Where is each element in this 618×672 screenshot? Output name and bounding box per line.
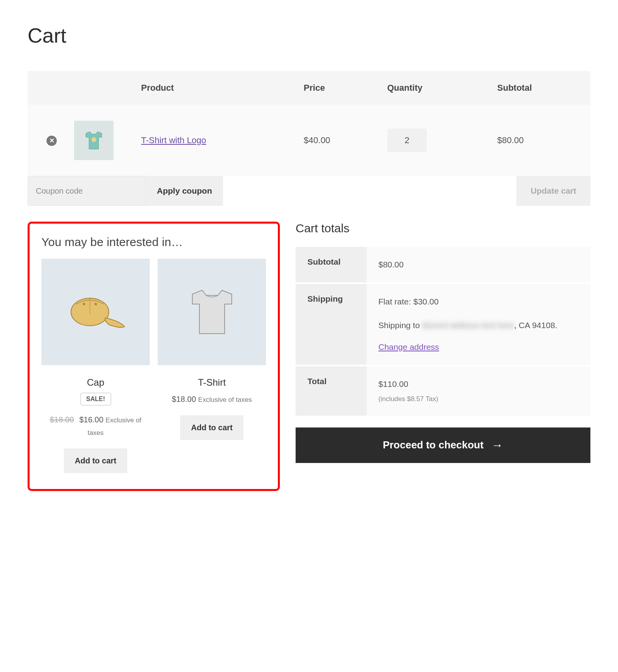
svg-point-3 (95, 303, 97, 305)
subtotal-value: $80.00 (367, 247, 590, 283)
cart-totals-title: Cart totals (296, 222, 590, 235)
cart-row: ✕ T-Shirt with Logo $40.00 $80.00 (28, 105, 590, 176)
total-label: Total (296, 366, 367, 415)
checkout-label: Proceed to checkout (383, 439, 484, 451)
header-product: Product (134, 71, 297, 105)
change-address-link[interactable]: Change address (378, 340, 439, 355)
product-link[interactable]: T-Shirt with Logo (141, 135, 206, 145)
add-to-cart-button[interactable]: Add to cart (180, 415, 244, 440)
product-name: Cap (41, 377, 150, 388)
address-blurred: blurred address text here (422, 321, 514, 330)
interested-title: You may be interested in… (41, 235, 266, 249)
cart-actions: Apply coupon Update cart (28, 176, 590, 206)
product-image[interactable] (41, 259, 150, 365)
update-cart-button[interactable]: Update cart (516, 176, 590, 206)
cart-totals-section: Cart totals Subtotal $80.00 Shipping Fla… (296, 222, 590, 463)
totals-table: Subtotal $80.00 Shipping Flat rate: $30.… (296, 247, 590, 416)
cart-table: Product Price Quantity Subtotal ✕ T-Shir… (28, 71, 590, 176)
product-name: T-Shirt (158, 377, 266, 388)
header-subtotal: Subtotal (490, 71, 590, 105)
shipping-rate: Flat rate: $30.00 (378, 294, 579, 309)
tax-includes: (includes $8.57 Tax) (378, 393, 579, 405)
product-thumbnail[interactable] (74, 121, 114, 160)
sale-badge: SALE! (80, 393, 111, 405)
address-visible: , CA 94108. (514, 321, 557, 330)
apply-coupon-button[interactable]: Apply coupon (146, 176, 223, 206)
header-price: Price (297, 71, 380, 105)
add-to-cart-button[interactable]: Add to cart (64, 448, 128, 473)
product-price: $40.00 (297, 105, 380, 176)
tax-note: Exclusive of taxes (198, 396, 252, 403)
subtotal-label: Subtotal (296, 247, 367, 283)
interested-section: You may be interested in… Cap SALE! (28, 222, 280, 491)
remove-item-icon[interactable]: ✕ (47, 136, 57, 146)
page-title: Cart (28, 24, 590, 47)
product-image[interactable] (158, 259, 266, 365)
proceed-to-checkout-button[interactable]: Proceed to checkout → (296, 427, 590, 463)
coupon-input[interactable] (28, 176, 146, 206)
svg-point-2 (83, 303, 85, 305)
shipping-label: Shipping (296, 283, 367, 366)
product-subtotal: $80.00 (490, 105, 590, 176)
product-price-row: $18.00 Exclusive of taxes (158, 393, 266, 405)
svg-point-0 (91, 137, 96, 142)
current-price: $16.00 (79, 415, 103, 424)
quantity-input[interactable] (387, 129, 427, 152)
arrow-right-icon: → (491, 439, 503, 452)
product-price-row: $18.00 $16.00 Exclusive of taxes (41, 413, 150, 439)
current-price: $18.00 (172, 395, 196, 403)
total-value: $110.00 (378, 377, 579, 392)
old-price: $18.00 (50, 415, 74, 424)
shipping-address: Shipping to blurred address text here, C… (378, 318, 579, 333)
product-card-tshirt: T-Shirt $18.00 Exclusive of taxes Add to… (158, 259, 266, 473)
header-quantity: Quantity (380, 71, 490, 105)
product-card-cap: Cap SALE! $18.00 $16.00 Exclusive of tax… (41, 259, 150, 473)
